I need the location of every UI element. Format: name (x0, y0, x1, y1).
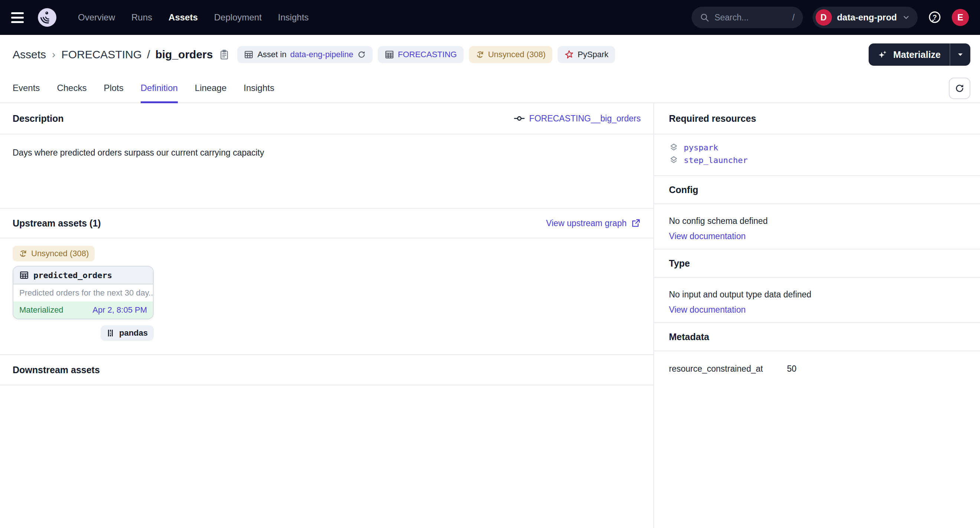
nav-overview[interactable]: Overview (78, 12, 115, 23)
upstream-unsynced-label: Unsynced (308) (31, 249, 89, 258)
downstream-section-header: Downstream assets (0, 354, 653, 385)
config-title: Config (669, 184, 698, 195)
nav-insights[interactable]: Insights (278, 12, 309, 23)
materialize-button[interactable]: Materialize (869, 43, 950, 66)
unsynced-tag-label: Unsynced (308) (488, 50, 546, 59)
top-navbar: Overview Runs Assets Deployment Insights… (0, 0, 980, 35)
materialize-split-button: Materialize (869, 43, 970, 66)
asset-card-name: predicted_orders (33, 271, 112, 280)
sync-alert-icon (476, 50, 484, 59)
copy-clipboard-icon[interactable] (219, 49, 230, 60)
breadcrumb-group[interactable]: FORECASTING (61, 48, 142, 61)
required-resources-header: Required resources (654, 103, 980, 134)
description-section-header: Description FORECASTING__big_orders (0, 103, 653, 134)
job-link-label: FORECASTING__big_orders (529, 114, 641, 124)
user-avatar[interactable]: E (952, 9, 969, 26)
external-link-icon (631, 218, 641, 228)
required-resources-title: Required resources (669, 113, 756, 124)
asset-card-description: Predicted orders for the next 30 day... (13, 285, 153, 302)
main-content: Description FORECASTING__big_orders Days… (0, 103, 980, 528)
description-title: Description (13, 113, 64, 124)
chevron-down-icon (902, 13, 910, 22)
help-icon[interactable]: ? (927, 10, 942, 25)
upstream-section-header: Upstream assets (1) View upstream graph (0, 208, 653, 239)
metadata-header: Metadata (654, 322, 980, 351)
deployment-switcher[interactable]: D data-eng-prod (813, 7, 918, 28)
breadcrumb-separator: › (51, 49, 56, 60)
table-icon (19, 270, 29, 280)
resource-item-step-launcher[interactable]: step_launcher (669, 155, 965, 165)
materialized-status: Materialized (19, 305, 64, 315)
upstream-graph-link-label: View upstream graph (546, 218, 627, 228)
config-docs-link[interactable]: View documentation (669, 231, 746, 241)
tab-definition[interactable]: Definition (141, 74, 178, 103)
config-empty-text: No config schema defined (669, 216, 965, 226)
asset-card-status-row: Materialized Apr 2, 8:05 PM (13, 302, 153, 318)
page-refresh-button[interactable] (949, 78, 970, 99)
op-graph-icon (514, 113, 525, 124)
type-body: No input and output type data defined Vi… (654, 278, 980, 322)
hamburger-menu-icon[interactable] (11, 9, 27, 25)
config-header: Config (654, 175, 980, 204)
search-icon (700, 13, 710, 22)
nav-assets[interactable]: Assets (169, 12, 198, 23)
downstream-title: Downstream assets (13, 365, 100, 375)
deployment-name: data-eng-prod (837, 12, 897, 23)
required-resources-list: pyspark step_launcher (654, 134, 980, 175)
metadata-table: resource_constrained_at 50 (654, 351, 980, 374)
pandas-tag-label: pandas (119, 328, 148, 338)
tab-checks[interactable]: Checks (57, 74, 86, 103)
tab-insights[interactable]: Insights (243, 74, 274, 103)
resource-link-label: step_launcher (684, 156, 748, 165)
search-box[interactable]: / (692, 7, 803, 28)
refresh-icon[interactable] (357, 50, 366, 59)
view-upstream-graph-link[interactable]: View upstream graph (546, 218, 641, 228)
resource-link-label: pyspark (684, 143, 718, 152)
search-shortcut-hint: / (792, 13, 794, 23)
job-link[interactable]: FORECASTING__big_orders (514, 113, 641, 124)
group-tag[interactable]: FORECASTING (378, 46, 464, 63)
breadcrumb-assets[interactable]: Assets (13, 48, 46, 61)
definition-sidebar: Required resources pyspark step_launcher… (654, 103, 980, 528)
type-docs-link[interactable]: View documentation (669, 305, 746, 315)
pipeline-link[interactable]: data-eng-pipeline (290, 50, 353, 59)
metadata-title: Metadata (669, 332, 709, 342)
search-input[interactable] (714, 13, 788, 23)
upstream-asset-card[interactable]: predicted_orders Predicted orders for th… (13, 266, 154, 319)
resource-item-pyspark[interactable]: pyspark (669, 143, 965, 152)
type-empty-text: No input and output type data defined (669, 289, 965, 300)
materialization-timestamp-link[interactable]: Apr 2, 8:05 PM (92, 305, 147, 315)
nav-deployment[interactable]: Deployment (214, 12, 262, 23)
upstream-title: Upstream assets (1) (13, 218, 101, 229)
svg-text:?: ? (932, 13, 937, 21)
dagster-logo-icon[interactable] (37, 8, 57, 27)
page-title: big_orders (155, 48, 213, 61)
group-tag-label: FORECASTING (398, 50, 457, 59)
nav-runs[interactable]: Runs (131, 12, 152, 23)
resource-layers-icon (669, 155, 679, 165)
metadata-row: resource_constrained_at 50 (669, 364, 965, 374)
type-header: Type (654, 249, 980, 278)
tab-plots[interactable]: Plots (103, 74, 123, 103)
asset-card-header: predicted_orders (13, 267, 153, 285)
pyspark-tag-label: PySpark (578, 50, 608, 59)
table-icon (244, 50, 253, 59)
asset-in-label: Asset in (257, 50, 286, 59)
pyspark-kind-tag[interactable]: PySpark (558, 46, 615, 63)
materialize-label: Materialize (893, 49, 941, 60)
unsynced-tag[interactable]: Unsynced (308) (469, 46, 552, 63)
upstream-unsynced-tag[interactable]: Unsynced (308) (13, 246, 95, 261)
sync-alert-icon (19, 249, 27, 258)
asset-in-job-tag[interactable]: Asset in data-eng-pipeline (237, 46, 372, 63)
definition-left-column: Description FORECASTING__big_orders Days… (0, 103, 654, 528)
tab-lineage[interactable]: Lineage (195, 74, 226, 103)
pandas-kind-tag[interactable]: pandas (100, 325, 154, 341)
materialize-dropdown-button[interactable] (950, 43, 970, 66)
metadata-value: 50 (787, 364, 797, 374)
metadata-key: resource_constrained_at (669, 364, 787, 374)
deployment-badge: D (816, 9, 832, 25)
tab-events[interactable]: Events (13, 74, 40, 103)
primary-nav: Overview Runs Assets Deployment Insights (78, 12, 309, 23)
sparkle-icon (878, 49, 888, 60)
resource-layers-icon (669, 143, 679, 152)
